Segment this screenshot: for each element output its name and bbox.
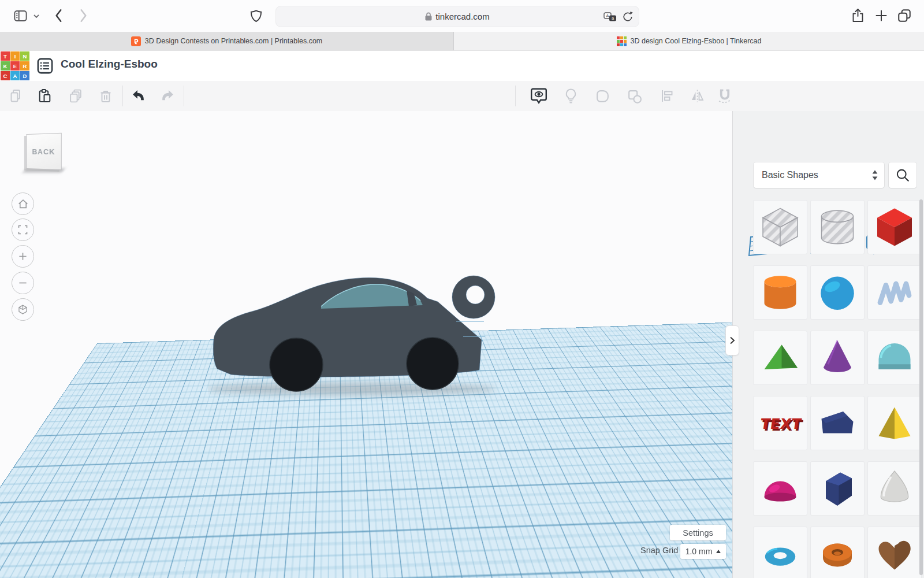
lock-icon <box>425 12 432 21</box>
snap-grid-label: Snap Grid <box>640 546 678 555</box>
tinkercad-logo[interactable]: TINKERCAD <box>1 51 29 80</box>
shape-scribble[interactable] <box>868 266 921 319</box>
tab-title: 3D design Cool Elzing-Esboo | Tinkercad <box>631 37 762 45</box>
car-wheel-rear <box>407 338 459 390</box>
url-field[interactable]: tinkercad.com Aa <box>275 6 639 27</box>
shape-text[interactable]: TEXTTEXT <box>754 397 807 450</box>
back-icon[interactable] <box>53 8 65 24</box>
group-icon[interactable] <box>588 81 616 111</box>
fit-view-button[interactable] <box>12 218 34 241</box>
shape-pyramid[interactable] <box>868 397 921 450</box>
reload-icon[interactable] <box>623 11 633 23</box>
shape-polygon[interactable] <box>811 462 864 515</box>
copy-icon[interactable] <box>2 81 29 111</box>
shape-hole-box[interactable] <box>754 201 807 254</box>
search-icon <box>895 168 910 183</box>
url-text: tinkercad.com <box>435 12 489 21</box>
new-tab-icon[interactable] <box>874 9 888 23</box>
chevron-up-icon <box>716 550 721 553</box>
browser-toolbar: tinkercad.com Aa <box>0 0 924 32</box>
zoom-out-button[interactable] <box>12 272 34 294</box>
mirror-icon[interactable] <box>683 81 711 111</box>
forward-icon[interactable] <box>77 8 90 24</box>
tab-bar: 3D Design Contests on Printables.com | P… <box>0 32 924 51</box>
shape-cone[interactable] <box>811 331 864 384</box>
chevron-right-icon <box>729 336 735 345</box>
view-cube[interactable]: BACK <box>20 132 65 175</box>
shape-half-sphere[interactable] <box>754 462 807 515</box>
design-title[interactable]: Cool Elzing-Esboo <box>61 58 158 71</box>
svg-text:TEXT: TEXT <box>759 416 802 432</box>
shape-category-value: Basic Shapes <box>762 170 871 180</box>
svg-text:A: A <box>606 13 609 18</box>
shape-heart[interactable] <box>868 527 921 578</box>
perspective-toggle-button[interactable] <box>12 298 34 321</box>
view-home-button[interactable] <box>12 192 34 215</box>
car-wheel-front <box>270 338 323 391</box>
keyring-loop <box>452 276 495 318</box>
delete-icon[interactable] <box>92 81 120 111</box>
stepper-icon <box>871 169 878 181</box>
translate-icon[interactable]: Aa <box>603 12 617 21</box>
printables-favicon-icon <box>131 36 141 46</box>
view-cube-face-label[interactable]: BACK <box>26 133 61 170</box>
settings-button[interactable]: Settings <box>670 525 726 540</box>
magnet-icon[interactable] <box>711 81 739 111</box>
design-canvas[interactable]: BACK Settings Snap Grid 1.0 mm <box>0 111 732 578</box>
panel-collapse-handle[interactable] <box>725 325 739 355</box>
privacy-shield-icon[interactable] <box>249 9 263 24</box>
edit-toolbar: Import Export Send To <box>0 81 924 112</box>
shape-tube[interactable] <box>811 527 864 578</box>
tinkercad-header: TINKERCAD Cool Elzing-Esboo <box>0 51 924 81</box>
redo-icon[interactable] <box>154 81 181 111</box>
tabs-overview-icon[interactable] <box>897 8 912 23</box>
align-icon[interactable] <box>653 81 681 111</box>
tinkercad-browser-window: tinkercad.com Aa 3D Design C <box>0 0 924 578</box>
share-icon[interactable] <box>851 8 865 24</box>
search-button[interactable] <box>889 162 916 188</box>
tinkercad-favicon-icon <box>617 36 627 46</box>
car-keychain-model[interactable] <box>208 266 508 405</box>
model-shadow <box>208 383 495 395</box>
shape-cylinder[interactable] <box>754 266 807 319</box>
ungroup-icon[interactable] <box>620 81 648 111</box>
undo-icon[interactable] <box>125 81 152 111</box>
shape-paraboloid[interactable] <box>868 462 921 515</box>
shape-wedge[interactable] <box>811 397 864 450</box>
shape-sphere[interactable] <box>811 266 864 319</box>
snap-grid-dropdown[interactable]: 1.0 mm <box>680 544 726 559</box>
shape-box[interactable] <box>868 201 921 254</box>
tab-tinkercad[interactable]: 3D design Cool Elzing-Esboo | Tinkercad <box>454 32 924 50</box>
paste-icon[interactable] <box>31 81 58 111</box>
shape-torus[interactable] <box>754 527 807 578</box>
shape-grid: TEXTTEXT <box>754 201 921 578</box>
tab-printables[interactable]: 3D Design Contests on Printables.com | P… <box>0 32 454 50</box>
snap-grid-value: 1.0 mm <box>685 547 713 556</box>
shape-category-dropdown[interactable]: Basic Shapes <box>754 162 884 188</box>
duplicate-icon[interactable] <box>62 81 90 111</box>
sidebar-toggle-icon[interactable] <box>13 8 28 24</box>
shape-roof[interactable] <box>754 331 807 384</box>
light-bulb-icon[interactable] <box>557 81 584 111</box>
chevron-down-icon[interactable] <box>33 13 40 19</box>
design-menu-icon[interactable] <box>36 57 54 75</box>
shapes-panel: Basic Shapes TEXTTEXT <box>732 111 924 578</box>
panel-scrollbar[interactable] <box>919 199 923 575</box>
shape-round-roof[interactable] <box>868 331 921 384</box>
shape-hole-cylinder[interactable] <box>811 201 864 254</box>
zoom-in-button[interactable] <box>12 245 34 268</box>
tab-title: 3D Design Contests on Printables.com | P… <box>145 37 323 45</box>
show-all-icon[interactable] <box>525 81 553 111</box>
